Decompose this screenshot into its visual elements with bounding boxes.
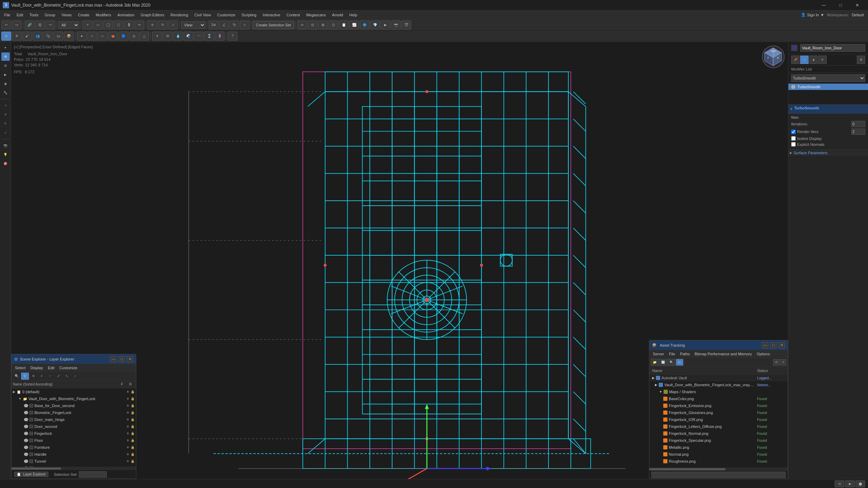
select-filter-dropdown[interactable]: All xyxy=(58,21,79,29)
dynamics-btn[interactable]: ⚙ xyxy=(163,32,172,41)
angle-snap-button[interactable]: ∠ xyxy=(219,20,229,30)
select-region-paint-button[interactable]: ✏ xyxy=(135,20,144,30)
scene-explorer-minimize[interactable]: — xyxy=(110,356,116,362)
se-item-tunnel[interactable]: Tunnel ❄ 🔒 xyxy=(11,458,136,465)
menu-help[interactable]: Help xyxy=(347,11,360,19)
curve-editor-button[interactable]: 📈 xyxy=(349,20,359,30)
menu-edit[interactable]: Edit xyxy=(14,11,26,19)
unlink-button[interactable]: ⛓ xyxy=(35,20,45,30)
at-tb-3[interactable]: 🔍 xyxy=(667,359,675,366)
display-tab[interactable]: ◉ xyxy=(1,80,10,88)
create-tab[interactable]: ● xyxy=(1,43,10,52)
mirror-button[interactable]: ⇔ xyxy=(297,20,307,30)
at-item-maxfile[interactable]: ▶ Vault_Door_with_Biometric_FingerLock_m… xyxy=(649,381,788,388)
select-region-fence-button[interactable]: ⬡ xyxy=(114,20,123,30)
layer-explorer-button[interactable]: 📋 Layer Explorer xyxy=(14,472,48,477)
se-menu-display[interactable]: Display xyxy=(29,365,45,371)
select-region-lasso-button[interactable]: 🪢 xyxy=(124,20,134,30)
link-button[interactable]: 🔗 xyxy=(25,20,34,30)
se-item-fingerlock[interactable]: Fingerlock ❄ 🔒 xyxy=(11,430,136,437)
se-sort-button[interactable]: ↕ xyxy=(71,373,79,380)
shape-btn[interactable]: △ xyxy=(139,32,149,41)
at-scrollbar[interactable] xyxy=(649,468,788,470)
asset-tracking-btn[interactable]: 📦 xyxy=(64,32,74,41)
at-item-ior[interactable]: Fingerlock_IOR.png Found xyxy=(649,416,788,423)
at-item-glossines[interactable]: Fingerlock_Glossines.png Found xyxy=(649,409,788,416)
at-item-normal-fl[interactable]: Fingerlock_Normal.png Found xyxy=(649,430,788,437)
at-item-specular[interactable]: Fingerlock_Specular.png Found xyxy=(649,437,788,444)
surface-params-header[interactable]: ▶ Surface Parameters xyxy=(788,149,868,156)
at-item-vault[interactable]: ▶ Autodesk Vault Logged... xyxy=(649,374,788,381)
select-region-rect-button[interactable]: ▭ xyxy=(93,20,103,30)
selection-set-input[interactable] xyxy=(79,471,107,478)
show-end-result-button[interactable]: ☑ xyxy=(800,56,809,64)
at-tb-1[interactable]: 📁 xyxy=(651,359,658,366)
render-iters-checkbox[interactable] xyxy=(791,130,796,134)
menu-civil-view[interactable]: Civil View xyxy=(192,11,213,19)
side-tool1[interactable]: ↗ xyxy=(1,101,10,110)
teapot-btn[interactable]: 🫖 xyxy=(108,32,118,41)
hair-btn[interactable]: 〰 xyxy=(194,32,204,41)
side-tool7[interactable]: 🎯 xyxy=(1,159,10,168)
cloth-btn[interactable]: 🧵 xyxy=(204,32,214,41)
render-prod-button[interactable]: 🎬 xyxy=(401,20,411,30)
reference-coord-dropdown[interactable]: View xyxy=(181,21,205,29)
particle-btn[interactable]: ✦ xyxy=(152,32,162,41)
nav-cube[interactable]: TOP R F xyxy=(762,46,785,68)
menu-views[interactable]: Views xyxy=(59,11,74,19)
explicit-normals-checkbox[interactable] xyxy=(791,142,796,147)
modifier-dropdown[interactable]: TurboSmooth xyxy=(791,74,865,82)
percent-snap-button[interactable]: % xyxy=(229,20,239,30)
se-item-floor[interactable]: Floor ❄ 🔒 xyxy=(11,437,136,444)
menu-animation[interactable]: Animation xyxy=(115,11,137,19)
se-menu-customize[interactable]: Customize xyxy=(57,365,80,371)
se-item-door-second[interactable]: Door_second ❄ 🔒 xyxy=(11,423,136,430)
ts-header-bar[interactable]: ▼ TurboSmooth xyxy=(788,105,868,114)
material-editor-button[interactable]: 💎 xyxy=(370,20,380,30)
menu-modifiers[interactable]: Modifiers xyxy=(93,11,114,19)
object-name-input[interactable]: Vault_Room_Iron_Door xyxy=(800,44,865,52)
side-tool4[interactable]: ⤢ xyxy=(1,129,10,137)
se-find-button[interactable]: 🔍 xyxy=(13,373,21,380)
menu-content[interactable]: Content xyxy=(284,11,303,19)
at-menu-options[interactable]: Options xyxy=(755,351,772,357)
se-scrollbar[interactable] xyxy=(11,467,136,470)
se-item-furniture[interactable]: Furniture ❄ 🔒 xyxy=(11,444,136,451)
timeline-btn[interactable]: ▶ xyxy=(845,480,855,487)
geosphere-btn[interactable]: ● xyxy=(77,32,87,41)
snap-to-grid[interactable]: ⊞ xyxy=(1,32,11,41)
obj-xref-btn[interactable]: 📎 xyxy=(43,32,53,41)
rotate-button[interactable]: ↻ xyxy=(158,20,168,30)
scene-explorer-maximize[interactable]: □ xyxy=(119,356,125,362)
create-selection-set-button[interactable]: Create Selection Set xyxy=(253,21,294,29)
keytime-btn[interactable]: ⬤ xyxy=(855,480,865,487)
se-delete-button[interactable]: − xyxy=(46,373,54,380)
menu-group[interactable]: Group xyxy=(42,11,58,19)
turbosmooth-modifier[interactable]: TurboSmooth xyxy=(788,84,868,90)
at-tb-2[interactable]: 🔄 xyxy=(659,359,667,366)
render-frame-button[interactable]: 📷 xyxy=(391,20,401,30)
se-filter-button[interactable]: ▽ xyxy=(21,373,29,380)
freeze-btn[interactable]: ❄ xyxy=(12,32,22,41)
at-item-maps-folder[interactable]: ▼ Maps / Shaders xyxy=(649,388,788,395)
at-item-basecolor[interactable]: BaseColor.png Found xyxy=(649,395,788,402)
torus-btn[interactable]: ◎ xyxy=(129,32,139,41)
menu-graph-editors[interactable]: Graph Editors xyxy=(138,11,167,19)
at-path-input[interactable] xyxy=(651,472,786,478)
undo-button[interactable]: ↩ xyxy=(1,20,11,30)
populate-btn[interactable]: 👥 xyxy=(33,32,42,41)
isoline-checkbox[interactable] xyxy=(791,136,796,141)
snap-3d-button[interactable]: 3⊕ xyxy=(209,20,218,30)
at-menu-bitmap[interactable]: Bitmap Performance and Memory xyxy=(692,351,754,357)
box-btn[interactable]: □ xyxy=(87,32,97,41)
scene-explorer-close[interactable]: ✕ xyxy=(127,356,133,362)
select-region-circle-button[interactable]: ◯ xyxy=(103,20,113,30)
asset-tracking-tree[interactable]: ▶ Autodesk Vault Logged... ▶ Vault_Door_… xyxy=(649,374,788,468)
se-item-hinge[interactable]: Door_main_hinge ❄ 🔒 xyxy=(11,416,136,423)
side-tool6[interactable]: 💡 xyxy=(1,150,10,159)
se-item-handle[interactable]: Handle ❄ 🔒 xyxy=(11,451,136,458)
scene-xref-btn[interactable]: 🗂 xyxy=(54,32,63,41)
render-iters-input[interactable] xyxy=(851,129,865,135)
iterations-input[interactable] xyxy=(851,121,865,127)
se-menu-edit[interactable]: Edit xyxy=(46,365,57,371)
